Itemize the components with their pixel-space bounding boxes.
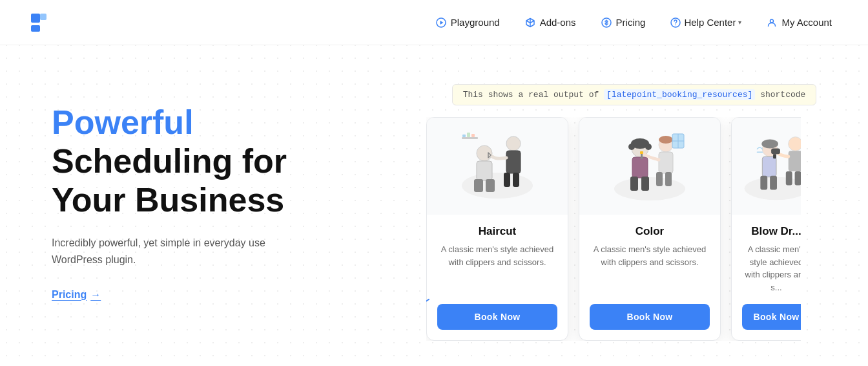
svg-rect-13 (486, 179, 495, 192)
svg-rect-21 (471, 134, 475, 137)
card-color-title: Color (590, 225, 710, 238)
svg-point-25 (628, 144, 635, 150)
card-blowdry-image (732, 118, 801, 215)
logo-icon (26, 8, 54, 37)
card-blowdry: Blow Dr... A classic men's style achieve… (731, 117, 801, 341)
svg-rect-44 (760, 176, 767, 190)
nav-item-playground[interactable]: Playground (425, 12, 510, 34)
hero-section: Powerful Scheduling forYour Business Inc… (52, 84, 426, 301)
play-icon (435, 17, 447, 28)
card-haircut-image (427, 118, 568, 215)
user-icon (766, 17, 778, 28)
svg-rect-29 (641, 177, 649, 191)
arrow-decoration (426, 272, 439, 308)
svg-rect-34 (665, 172, 672, 186)
svg-point-22 (614, 177, 685, 200)
card-blowdry-desc: A classic men's style achieved with clip… (742, 243, 801, 294)
svg-rect-18 (462, 137, 478, 139)
svg-marker-4 (440, 21, 443, 25)
nav-myaccount-label: My Account (781, 17, 832, 28)
svg-rect-20 (467, 133, 470, 137)
card-haircut-book-button[interactable]: Book Now (437, 304, 557, 330)
shortcode-code: [latepoint_booking_resources] (604, 89, 755, 100)
nav-links: Playground Add-ons Pricing (425, 12, 842, 34)
shortcode-banner: This shows a real output of [latepoint_b… (452, 84, 817, 105)
svg-rect-47 (789, 151, 801, 171)
svg-rect-27 (632, 157, 648, 178)
nav-helpcenter-label: Help Center (684, 17, 736, 28)
arrow-icon: → (90, 289, 101, 301)
svg-rect-0 (31, 14, 40, 23)
nav-playground-label: Playground (451, 17, 500, 28)
svg-point-42 (761, 140, 778, 149)
nav-item-addons[interactable]: Add-ons (514, 12, 586, 34)
svg-rect-32 (659, 152, 673, 173)
svg-rect-50 (771, 148, 780, 154)
logo[interactable] (26, 8, 54, 37)
card-color-image (579, 118, 720, 215)
card-haircut-title: Haircut (437, 225, 557, 238)
svg-rect-48 (786, 171, 792, 186)
svg-point-14 (506, 136, 521, 151)
hero-title-accent: Powerful (52, 103, 194, 141)
cube-icon (524, 17, 536, 28)
card-color: Color A classic men's style achieved wit… (579, 117, 721, 341)
svg-rect-17 (513, 173, 519, 187)
card-blowdry-title: Blow Dr... (742, 225, 801, 238)
svg-point-10 (477, 145, 492, 161)
card-color-body: Color A classic men's style achieved wit… (579, 215, 720, 340)
svg-rect-43 (762, 156, 776, 177)
svg-rect-28 (630, 177, 638, 191)
svg-rect-49 (795, 171, 801, 186)
main-content: Powerful Scheduling forYour Business Inc… (0, 45, 868, 366)
svg-rect-51 (773, 154, 776, 158)
svg-point-31 (659, 136, 673, 144)
svg-rect-16 (504, 173, 510, 187)
svg-rect-11 (477, 161, 492, 180)
hero-title: Powerful Scheduling forYour Business (52, 103, 426, 219)
card-color-desc: A classic men's style achieved with clip… (590, 243, 710, 294)
card-haircut-desc: A classic men's style achieved with clip… (437, 243, 557, 294)
chevron-down-icon: ▾ (738, 19, 741, 26)
svg-rect-2 (40, 14, 46, 20)
nav-pricing-label: Pricing (616, 17, 646, 28)
pricing-link-label: Pricing (52, 289, 87, 301)
svg-point-8 (770, 19, 774, 23)
help-icon (670, 17, 681, 28)
nav-item-helpcenter[interactable]: Help Center ▾ (659, 12, 752, 34)
svg-point-26 (645, 144, 652, 150)
nav-addons-label: Add-ons (540, 17, 576, 28)
svg-rect-15 (506, 151, 521, 173)
svg-point-9 (462, 173, 533, 199)
nav-item-pricing[interactable]: Pricing (590, 12, 656, 34)
card-color-book-button[interactable]: Book Now (590, 304, 710, 330)
svg-rect-33 (656, 172, 663, 186)
navbar: Playground Add-ons Pricing (0, 0, 868, 45)
svg-rect-1 (31, 25, 40, 32)
card-blowdry-body: Blow Dr... A classic men's style achieve… (732, 215, 801, 340)
cards-section: This shows a real output of [latepoint_b… (426, 84, 842, 341)
svg-rect-12 (474, 179, 483, 192)
hero-subtitle: Incredibly powerful, yet simple in every… (52, 235, 310, 268)
shortcode-prefix: This shows a real output of (463, 90, 599, 100)
card-haircut-body: Haircut A classic men's style achieved w… (427, 215, 568, 340)
pricing-link[interactable]: Pricing → (52, 289, 101, 301)
card-blowdry-book-button[interactable]: Book Now (742, 304, 801, 330)
svg-point-46 (789, 137, 801, 151)
svg-point-7 (676, 24, 677, 25)
card-haircut: Haircut A classic men's style achieved w… (426, 117, 568, 341)
nav-item-myaccount[interactable]: My Account (756, 12, 842, 34)
svg-rect-45 (770, 176, 777, 190)
shortcode-suffix: shortcode (760, 90, 805, 100)
dollar-icon (601, 17, 612, 28)
svg-rect-19 (462, 135, 466, 137)
svg-rect-36 (640, 151, 643, 154)
hero-title-dark: Scheduling forYour Business (52, 142, 287, 219)
